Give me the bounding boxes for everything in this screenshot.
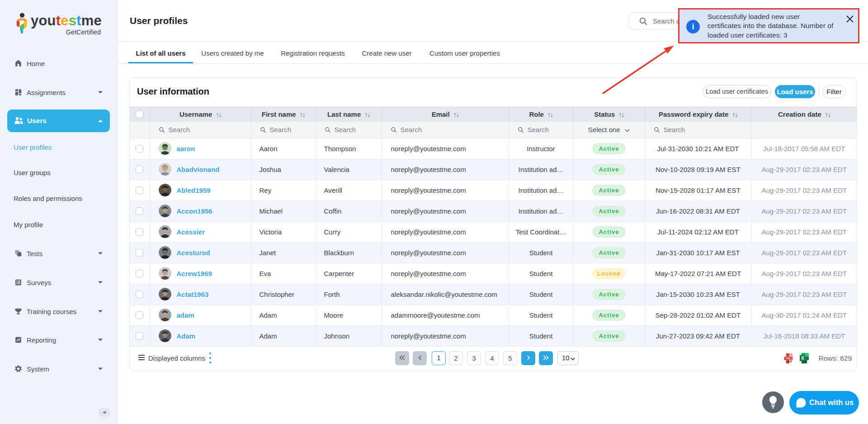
svg-text:PDF: PDF: [786, 357, 790, 360]
svg-text:X: X: [801, 356, 804, 361]
